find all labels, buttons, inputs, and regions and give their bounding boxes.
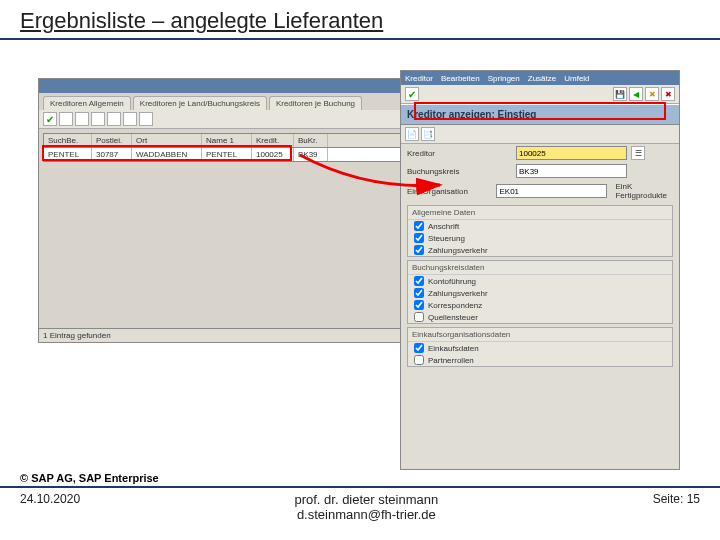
chk-partner[interactable] bbox=[414, 355, 424, 365]
menu-bearbeiten[interactable]: Bearbeiten bbox=[441, 74, 480, 83]
row-kreditor: Kreditor ☰ bbox=[401, 144, 679, 162]
input-bukrs[interactable] bbox=[516, 164, 627, 178]
tab-booking[interactable]: Kreditoren je Buchung bbox=[269, 96, 362, 110]
copyright: © SAP AG, SAP Enterprise bbox=[0, 470, 720, 486]
chk-quellen[interactable] bbox=[414, 312, 424, 322]
toolbar-btn-2[interactable] bbox=[75, 112, 89, 126]
window1-toolbar: ✔ bbox=[39, 110, 427, 129]
back-icon[interactable]: ◀ bbox=[629, 87, 643, 101]
cancel-icon[interactable]: ✖ bbox=[661, 87, 675, 101]
chk-einkauf[interactable] bbox=[414, 343, 424, 353]
window2-menubar: Kreditor Bearbeiten Springen Zusätze Umf… bbox=[401, 71, 679, 85]
window1-menubar bbox=[39, 79, 427, 93]
search-help-icon[interactable]: ☰ bbox=[631, 146, 645, 160]
tab-general[interactable]: Kreditoren Allgemein bbox=[43, 96, 131, 110]
label-ekorg: EinkOrganisation bbox=[407, 187, 492, 196]
confirm-icon[interactable]: ✔ bbox=[43, 112, 57, 126]
group-ekorg: Einkaufsorganisationsdaten Einkaufsdaten… bbox=[407, 327, 673, 367]
cell-bukr: BK39 bbox=[294, 148, 328, 161]
chk-zahlung1[interactable] bbox=[414, 245, 424, 255]
lbl-einkauf: Einkaufsdaten bbox=[428, 344, 479, 353]
window1-status: 1 Eintrag gefunden bbox=[39, 328, 427, 342]
slide-title: Ergebnisliste – angelegte Lieferanten bbox=[0, 0, 720, 40]
kreditor-display-window: Kreditor Bearbeiten Springen Zusätze Umf… bbox=[400, 70, 680, 470]
chk-steuerung[interactable] bbox=[414, 233, 424, 243]
input-ekorg[interactable] bbox=[496, 184, 607, 198]
menu-umfeld[interactable]: Umfeld bbox=[564, 74, 589, 83]
toolbar-btn-5[interactable] bbox=[123, 112, 137, 126]
lbl-zahlung2: Zahlungsverkehr bbox=[428, 289, 488, 298]
row-bukrs: Buchungskreis bbox=[401, 162, 679, 180]
chk-zahlung2[interactable] bbox=[414, 288, 424, 298]
lbl-korr: Korrespondenz bbox=[428, 301, 482, 310]
highlight-result-row bbox=[42, 145, 292, 161]
lbl-steuerung: Steuerung bbox=[428, 234, 465, 243]
group-bukrs: Buchungskreisdaten Kontoführung Zahlungs… bbox=[407, 260, 673, 324]
exit-icon[interactable]: ✖ bbox=[645, 87, 659, 101]
footer-author: prof. dr. dieter steinmann d.steinmann@f… bbox=[294, 492, 438, 522]
lbl-anschrift: Anschrift bbox=[428, 222, 459, 231]
save-icon[interactable]: 💾 bbox=[613, 87, 627, 101]
screenshot-canvas: Kreditoren Allgemein Kreditoren je Land/… bbox=[0, 40, 720, 470]
input-kreditor[interactable] bbox=[516, 146, 627, 160]
footer-page: Seite: 15 bbox=[653, 492, 700, 506]
toolbar-btn-3[interactable] bbox=[91, 112, 105, 126]
ekorg-desc: EinK Fertigprodukte bbox=[615, 182, 673, 200]
window1-tabs: Kreditoren Allgemein Kreditoren je Land/… bbox=[39, 93, 427, 110]
tab-country[interactable]: Kreditoren je Land/Buchungskreis bbox=[133, 96, 267, 110]
menu-zusaetze[interactable]: Zusätze bbox=[528, 74, 556, 83]
footer: 24.10.2020 prof. dr. dieter steinmann d.… bbox=[0, 486, 720, 522]
chk-anschrift[interactable] bbox=[414, 221, 424, 231]
group-allgemein-title: Allgemeine Daten bbox=[408, 206, 672, 220]
window2-subtoolbar: 📄 📑 bbox=[401, 125, 679, 144]
label-bukrs: Buchungskreis bbox=[407, 167, 512, 176]
row-ekorg: EinkOrganisation EinK Fertigprodukte bbox=[401, 180, 679, 202]
footer-date: 24.10.2020 bbox=[20, 492, 80, 506]
label-kreditor: Kreditor bbox=[407, 149, 512, 158]
lbl-quellen: Quellensteuer bbox=[428, 313, 478, 322]
sub-btn-1[interactable]: 📄 bbox=[405, 127, 419, 141]
toolbar-btn-1[interactable] bbox=[59, 112, 73, 126]
lbl-zahlung1: Zahlungsverkehr bbox=[428, 246, 488, 255]
chk-konto[interactable] bbox=[414, 276, 424, 286]
lbl-partner: Partnerrollen bbox=[428, 356, 474, 365]
menu-springen[interactable]: Springen bbox=[488, 74, 520, 83]
menu-kreditor[interactable]: Kreditor bbox=[405, 74, 433, 83]
sub-btn-2[interactable]: 📑 bbox=[421, 127, 435, 141]
group-ekorg-title: Einkaufsorganisationsdaten bbox=[408, 328, 672, 342]
result-list-window: Kreditoren Allgemein Kreditoren je Land/… bbox=[38, 78, 428, 343]
col-bukr: BuKr. bbox=[294, 134, 328, 147]
toolbar-btn-4[interactable] bbox=[107, 112, 121, 126]
group-bukrs-title: Buchungskreisdaten bbox=[408, 261, 672, 275]
chk-korr[interactable] bbox=[414, 300, 424, 310]
lbl-konto: Kontoführung bbox=[428, 277, 476, 286]
highlight-toolbar bbox=[414, 102, 666, 120]
toolbar-btn-6[interactable] bbox=[139, 112, 153, 126]
group-allgemein: Allgemeine Daten Anschrift Steuerung Zah… bbox=[407, 205, 673, 257]
confirm-green-icon[interactable]: ✔ bbox=[405, 87, 419, 101]
